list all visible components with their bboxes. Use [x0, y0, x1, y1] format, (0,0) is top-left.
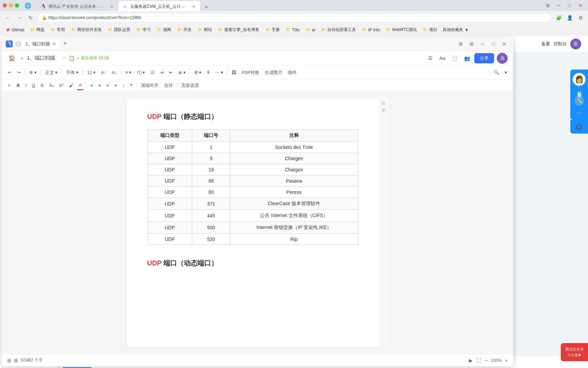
more-list-btn[interactable]: ≣ ▾	[176, 68, 188, 77]
bookmark-webrtc[interactable]: 📁 WebRTC测试	[383, 26, 420, 34]
beian-link[interactable]: 备案	[541, 41, 550, 47]
underline-btn[interactable]: U	[30, 81, 37, 90]
font-size-down-btn[interactable]: A↓	[110, 68, 119, 77]
undo-btn[interactable]: ↩	[6, 68, 14, 77]
quote-btn[interactable]: ❝	[128, 81, 134, 90]
text-style-btn[interactable]: 正文 ▾	[43, 68, 60, 77]
bookmark-common[interactable]: 📁 常用	[48, 26, 68, 34]
numbered-list-btn[interactable]: ⑴ ▾	[135, 68, 147, 77]
indent-btn[interactable]: ⊢	[6, 81, 13, 90]
forward-btn[interactable]: →	[14, 13, 24, 22]
italic-btn[interactable]: I	[23, 81, 29, 90]
highlight-btn[interactable]: 🖌	[67, 81, 76, 90]
indent-out-btn[interactable]: ⇤	[167, 68, 175, 77]
doc-minimize-btn[interactable]: ─	[478, 39, 487, 49]
promo-badge[interactable]: 腾讯安全学习大奖▶	[561, 343, 588, 361]
cs-edit-icon[interactable]: ✏️	[574, 95, 584, 106]
superscript-btn[interactable]: X²	[57, 81, 66, 90]
doc-format-btn[interactable]: Aa	[438, 53, 447, 63]
search-doc-btn[interactable]: 🔍	[492, 68, 501, 77]
pdf-btn[interactable]: PDF转换	[240, 68, 261, 77]
doc-share-btn[interactable]: 分享	[474, 53, 494, 63]
bookmark-project[interactable]: 📁 项目	[420, 26, 440, 34]
settings-btn[interactable]: ⚙	[576, 13, 585, 22]
bookmark-search[interactable]: 📁 搜索引擎_知名博客	[215, 26, 262, 34]
doc-fullscreen-btn[interactable]: ⛶	[476, 358, 481, 363]
doc-close-btn[interactable]: ✕	[500, 39, 509, 49]
window-max-btn[interactable]	[15, 3, 19, 7]
more-format-btn[interactable]: ⋯ ▾	[213, 68, 225, 77]
font-size-up-btn[interactable]: A↑	[99, 68, 108, 77]
cs-more-icon[interactable]: ⋯	[576, 109, 582, 117]
bold-btn[interactable]: B	[15, 81, 22, 90]
bookmark-ipinfo[interactable]: 📁 IP Info	[359, 26, 382, 34]
browser-close-btn[interactable]: ✕	[576, 1, 585, 10]
doc-grid-view-btn[interactable]: ⊞	[7, 358, 11, 363]
text-color-btn[interactable]: A	[77, 81, 84, 90]
doc-menu-btn[interactable]: ☰	[425, 53, 435, 63]
font-size-btn[interactable]: 11 ▾	[85, 68, 98, 77]
indent-in-btn[interactable]: ⇥	[158, 68, 166, 77]
align-right-btn[interactable]: ≡	[104, 81, 111, 90]
bookmark-manual[interactable]: 📁 手册	[263, 26, 282, 34]
bookmark-xiangge[interactable]: 📁 湘阁	[154, 26, 174, 34]
doc-maximize-btn[interactable]: □	[489, 39, 498, 49]
doc-print-btn[interactable]: ⊞	[14, 358, 18, 363]
bookmark-ai[interactable]: 📁 ai	[303, 26, 318, 34]
redo-btn[interactable]: ↪	[15, 68, 23, 77]
tab1-close-btn[interactable]: ✕	[109, 4, 114, 9]
bookmark-security[interactable]: 📁 网安软件安装	[68, 26, 104, 34]
align-center-btn[interactable]: ≡	[96, 81, 103, 90]
doc-layout-btn[interactable]: ⊞	[467, 39, 476, 49]
strikethrough-btn[interactable]: S	[38, 81, 46, 90]
image-btn[interactable]: 🖼	[230, 68, 238, 77]
zoom-minus-btn[interactable]: ─	[484, 358, 488, 363]
doc-insert-btn[interactable]: ⬚	[450, 53, 459, 63]
doc-play-btn[interactable]: ▶	[469, 358, 473, 363]
clear-format-btn[interactable]: T̶	[205, 68, 212, 77]
browser-maximize-btn[interactable]: □	[565, 1, 574, 10]
justify-btn[interactable]: ≡	[112, 81, 119, 90]
tab2-close-btn[interactable]: ✕	[191, 4, 196, 9]
checkbox-btn[interactable]: ☑	[148, 68, 157, 77]
new-tab-btn[interactable]: +	[201, 2, 211, 12]
doc-version-btn[interactable]: 📋	[69, 56, 75, 61]
user-avatar[interactable]: 袁	[570, 39, 581, 49]
doc-add-tab-btn[interactable]: +	[61, 40, 69, 48]
table-btn[interactable]: ⊞ ▾	[192, 68, 204, 77]
bookmark-dev[interactable]: 📁 开发	[175, 26, 194, 34]
gen-image-btn[interactable]: 生成图片	[263, 68, 284, 77]
window-min-btn[interactable]	[9, 3, 13, 7]
doc-tab-close-btn[interactable]: ✕	[52, 41, 56, 47]
bookmark-learn[interactable]: 📁 学习	[134, 26, 153, 34]
expand-btn[interactable]: ▾	[503, 68, 509, 77]
refresh-btn[interactable]: ↻	[26, 13, 35, 22]
console-link[interactable]: 控制台	[554, 41, 567, 47]
zoom-plus-btn[interactable]: +	[505, 358, 508, 363]
line-spacing-btn[interactable]: ↕	[120, 81, 127, 90]
font-btn[interactable]: 字体 ▾	[64, 68, 81, 77]
align-left-btn[interactable]: ≡	[88, 81, 95, 90]
address-bar[interactable]: 🔒 https://cloud.tencent.com/product/cvm?…	[37, 13, 552, 22]
doc-tab-active[interactable]: 1、端口扫描 ✕	[22, 40, 60, 48]
doc-star-btn[interactable]: ☆	[62, 55, 67, 61]
doc-settings-btn[interactable]: ⚙	[456, 39, 466, 49]
merge-btn[interactable]: 合并	[162, 81, 175, 90]
browser-tab-2[interactable]: ☁️ 云服务器CVM_云主机_云计算服务... ✕	[118, 1, 200, 12]
doc-home-btn[interactable]: 🏠	[7, 53, 17, 63]
window-close-btn[interactable]	[3, 3, 7, 7]
cs-card[interactable]: 👩 联系销售 ✏️ ⋯	[570, 70, 588, 120]
extensions-btn[interactable]: 🧩	[554, 13, 564, 22]
bookmark-netdisk[interactable]: 📁 网盘	[28, 26, 47, 34]
page-setup-btn[interactable]: 页面设置	[179, 81, 201, 90]
browser-minimize-btn[interactable]: ─	[554, 1, 564, 10]
bookmark-more[interactable]: 其他收藏夹 ▼	[441, 26, 471, 34]
profile-btn[interactable]: 👤	[565, 13, 574, 22]
subscript-btn[interactable]: X₂	[47, 81, 56, 90]
bookmark-tools[interactable]: 📁 T0ls	[283, 26, 303, 34]
bookmark-team[interactable]: 📁 团队运营	[105, 26, 133, 34]
top-align-btn[interactable]: 顶端对齐	[139, 81, 161, 90]
bookmark-deploy[interactable]: 📁 自动化部署工具	[318, 26, 359, 34]
browser-tab-1[interactable]: 🐧 腾讯云 产业智变·云启未来 - 腾讯... ✕	[37, 1, 118, 12]
plugin-btn[interactable]: 插件	[286, 68, 299, 77]
